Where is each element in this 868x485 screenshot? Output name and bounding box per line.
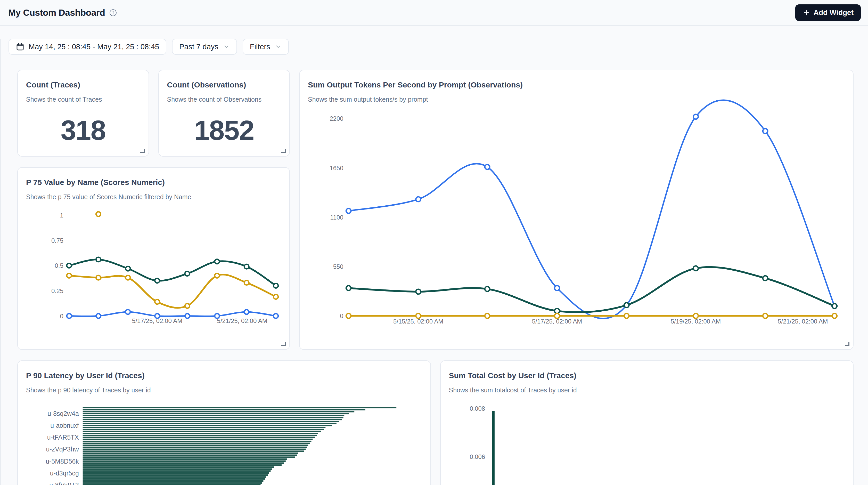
chevron-down-icon: [223, 43, 230, 50]
svg-text:5/19/25, 02:00 AM: 5/19/25, 02:00 AM: [671, 318, 721, 325]
svg-text:5/17/25, 02:00 AM: 5/17/25, 02:00 AM: [532, 318, 582, 325]
time-range-preset-label: Past 7 days: [179, 42, 218, 51]
resize-corner-icon[interactable]: [281, 342, 286, 346]
sum-output-tokens-line-chart[interactable]: 22001650110055005/15/25, 02:00 AM5/17/25…: [300, 70, 853, 349]
widget-grid: Count (Traces) Shows the count of Traces…: [17, 70, 854, 485]
svg-text:0.25: 0.25: [51, 287, 63, 294]
svg-text:1100: 1100: [330, 214, 343, 221]
filters-label: Filters: [250, 42, 270, 51]
svg-text:u-zVqP3hw: u-zVqP3hw: [46, 446, 79, 453]
svg-text:u-8sq2w4a: u-8sq2w4a: [48, 410, 79, 417]
svg-text:u-5M8D56k: u-5M8D56k: [45, 458, 79, 465]
widget-subtitle: Shows the count of Traces: [26, 95, 140, 103]
widget-sum-total-cost: Sum Total Cost by User Id (Traces) Shows…: [440, 360, 854, 485]
svg-text:5/21/25, 02:00 AM: 5/21/25, 02:00 AM: [217, 317, 268, 324]
svg-text:u-aobnuxf: u-aobnuxf: [50, 422, 79, 429]
dashboard-content: May 14, 25 : 08:45 - May 21, 25 : 08:45 …: [0, 39, 868, 485]
calendar-icon: [16, 42, 25, 51]
date-range-label: May 14, 25 : 08:45 - May 21, 25 : 08:45: [29, 42, 159, 51]
widget-title: Count (Observations): [167, 80, 281, 90]
svg-text:0.5: 0.5: [55, 262, 63, 269]
svg-text:0: 0: [60, 313, 63, 320]
widget-title: Count (Traces): [26, 80, 140, 90]
widget-p90-latency: P 90 Latency by User Id (Traces) Shows t…: [17, 360, 431, 485]
svg-text:5/15/25, 02:00 AM: 5/15/25, 02:00 AM: [393, 318, 443, 325]
filters-dropdown[interactable]: Filters: [243, 39, 289, 55]
svg-text:550: 550: [333, 263, 343, 270]
widget-sum-output-tokens: Sum Output Tokens Per Second by Prompt (…: [299, 70, 854, 350]
resize-corner-icon[interactable]: [845, 342, 849, 346]
time-range-preset-select[interactable]: Past 7 days: [172, 39, 237, 55]
date-range-picker[interactable]: May 14, 25 : 08:45 - May 21, 25 : 08:45: [8, 39, 166, 55]
filter-bar: May 14, 25 : 08:45 - May 21, 25 : 08:45 …: [8, 39, 861, 55]
sum-total-cost-bar-chart[interactable]: 0.0080.006: [441, 361, 853, 485]
add-widget-button[interactable]: Add Widget: [795, 4, 861, 21]
svg-text:u-d3qr5cg: u-d3qr5cg: [50, 469, 79, 477]
svg-text:u-8fVa9T3: u-8fVa9T3: [50, 481, 79, 485]
page-header: My Custom Dashboard Add Widget: [0, 0, 868, 26]
svg-text:0.006: 0.006: [470, 453, 485, 460]
p90-latency-bar-chart[interactable]: u-8sq2w4au-aobnuxfu-tFAR5TXu-zVqP3hwu-5M…: [18, 361, 430, 485]
chevron-down-icon: [275, 43, 282, 50]
widget-subtitle: Shows the count of Observations: [167, 95, 281, 103]
info-icon[interactable]: [109, 9, 117, 17]
widget-p75-scores: P 75 Value by Name (Scores Numeric) Show…: [17, 167, 290, 350]
plus-icon: [803, 9, 810, 17]
svg-text:0.75: 0.75: [51, 237, 63, 244]
svg-text:1650: 1650: [330, 164, 343, 172]
svg-text:0: 0: [340, 312, 343, 320]
page-title: My Custom Dashboard: [8, 7, 105, 18]
count-traces-value: 318: [18, 114, 149, 146]
svg-text:5/21/25, 02:00 AM: 5/21/25, 02:00 AM: [778, 318, 828, 325]
svg-text:1: 1: [60, 212, 63, 219]
resize-corner-icon[interactable]: [140, 149, 145, 153]
widget-count-traces: Count (Traces) Shows the count of Traces…: [17, 70, 149, 157]
p75-scores-line-chart[interactable]: 10.750.50.2505/17/25, 02:00 AM5/21/25, 0…: [18, 168, 289, 349]
widget-count-observations: Count (Observations) Shows the count of …: [158, 70, 290, 157]
add-widget-label: Add Widget: [814, 8, 854, 17]
svg-text:2200: 2200: [330, 115, 343, 122]
count-observations-value: 1852: [159, 114, 289, 146]
svg-text:u-tFAR5TX: u-tFAR5TX: [47, 434, 79, 441]
svg-text:0.008: 0.008: [470, 405, 485, 412]
resize-corner-icon[interactable]: [281, 149, 286, 153]
